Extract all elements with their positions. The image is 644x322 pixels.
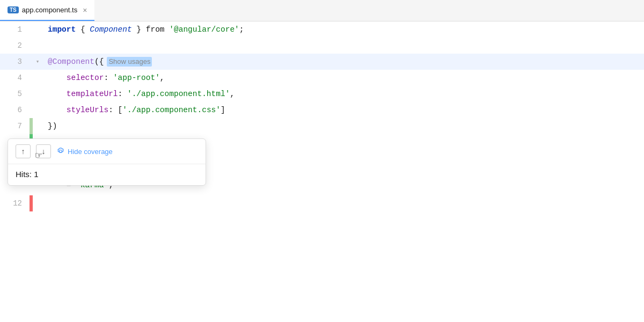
tab-bar: TS app.component.ts × xyxy=(0,0,644,21)
line-gutter-5 xyxy=(30,86,46,102)
file-tab[interactable]: TS app.component.ts × xyxy=(0,0,94,21)
code-line-12: 12 xyxy=(0,195,644,211)
line-number-12: 12 xyxy=(0,195,30,211)
fold-arrow-3[interactable]: ▾ xyxy=(36,54,40,70)
line-number-6: 6 xyxy=(0,102,30,118)
show-usages-link[interactable]: Show usages xyxy=(108,57,150,65)
line-content-3: @Component({Show usages xyxy=(46,54,644,70)
line-number-4: 4 xyxy=(0,70,30,86)
line-content-2 xyxy=(46,38,644,54)
line-gutter-7 xyxy=(30,118,46,134)
line-gutter-12 xyxy=(30,195,46,211)
line-gutter-6 xyxy=(30,102,46,118)
hide-coverage-button[interactable]: Hide coverage xyxy=(56,147,113,156)
line-gutter-1 xyxy=(30,21,46,38)
code-line-6: 6 styleUrls: ['./app.component.css'] xyxy=(0,102,644,118)
line-content-6: styleUrls: ['./app.component.css'] xyxy=(46,102,644,118)
line-content-5: templateUrl: './app.component.html', xyxy=(46,86,644,102)
editor: 1 import { Component } from '@angular/co… xyxy=(0,21,644,322)
line-gutter-3: ▾ xyxy=(30,54,46,70)
line-content-4: selector: 'app-root', xyxy=(46,70,644,86)
line-number-3: 3 xyxy=(0,54,30,70)
tab-filename: app.component.ts xyxy=(22,6,77,14)
line-number-1: 1 xyxy=(0,21,30,38)
coverage-popup-body: Hits: 1 xyxy=(8,164,206,185)
gear-icon xyxy=(56,147,65,156)
line-number-2: 2 xyxy=(0,38,30,54)
line-number-5: 5 xyxy=(0,86,30,102)
code-line-7: 7 }) xyxy=(0,118,644,134)
hide-coverage-label: Hide coverage xyxy=(68,148,113,156)
line-content-1: import { Component } from '@angular/core… xyxy=(46,21,644,38)
code-area: 1 import { Component } from '@angular/co… xyxy=(0,21,644,322)
line-content-7: }) xyxy=(46,118,644,134)
ts-badge: TS xyxy=(8,6,19,13)
coverage-prev-button[interactable]: ↑ xyxy=(16,144,31,158)
code-line-4: 4 selector: 'app-root', xyxy=(0,70,644,86)
code-line-3: 3 ▾ @Component({Show usages xyxy=(0,54,644,70)
hits-text: Hits: 1 xyxy=(16,170,39,179)
coverage-next-button[interactable]: ↓ xyxy=(36,144,51,158)
line-number-7: 7 xyxy=(0,118,30,134)
coverage-popup: ↑ ↓ Hide coverage Hits: 1 xyxy=(8,138,206,186)
tab-close-button[interactable]: × xyxy=(83,6,87,14)
code-line-1: 1 import { Component } from '@angular/co… xyxy=(0,21,644,38)
code-line-2: 2 xyxy=(0,38,644,54)
coverage-popup-header: ↑ ↓ Hide coverage xyxy=(8,139,206,164)
line-gutter-2 xyxy=(30,38,46,54)
line-content-12 xyxy=(46,195,644,211)
line-gutter-4 xyxy=(30,70,46,86)
code-line-5: 5 templateUrl: './app.component.html', xyxy=(0,86,644,102)
